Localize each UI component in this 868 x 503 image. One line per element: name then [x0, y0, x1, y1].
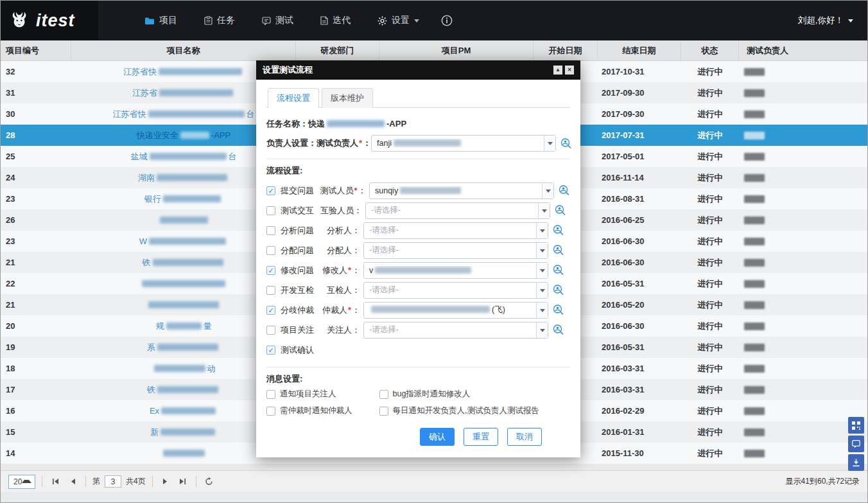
col-header-start-date[interactable]: 开始日期	[534, 40, 598, 60]
page-size-select[interactable]: 20	[8, 475, 35, 489]
col-header-dept[interactable]: 研发部门	[296, 40, 379, 60]
person-select[interactable]: v	[363, 262, 548, 279]
checkbox[interactable]	[379, 390, 388, 399]
checkbox[interactable]	[266, 206, 275, 215]
checkbox[interactable]	[379, 407, 388, 416]
project-name-link[interactable]: 快递业安全-APP	[137, 130, 230, 141]
checkbox[interactable]: ✓	[266, 266, 275, 275]
dialog-title-bar[interactable]: 设置测试流程 ▲ ✕	[256, 60, 580, 80]
user-search-icon[interactable]	[552, 244, 564, 256]
col-header-project-name[interactable]: 项目名称	[71, 40, 296, 60]
project-name-link[interactable]: 江苏省快台	[113, 109, 255, 120]
feedback-chat-button[interactable]	[848, 436, 864, 452]
last-page-button[interactable]	[177, 475, 189, 488]
col-header-test-owner[interactable]: 测试负责人	[739, 40, 868, 60]
checkbox[interactable]	[266, 326, 275, 335]
menu-item-task[interactable]: 任务	[204, 15, 235, 26]
menu-item-test[interactable]: 测试	[262, 15, 293, 26]
person-select[interactable]: (飞)	[363, 302, 548, 319]
checkbox[interactable]	[266, 226, 275, 235]
project-name-link[interactable]: 湖南	[138, 172, 229, 184]
checkbox[interactable]	[266, 407, 275, 416]
cell-status: 进行中	[681, 273, 739, 294]
person-select[interactable]: -请选择-	[363, 322, 548, 339]
chevron-down-icon[interactable]	[536, 223, 548, 238]
menu-item-iteration[interactable]: 迭代	[320, 15, 351, 26]
prev-page-button[interactable]	[66, 475, 79, 488]
col-header-project-pm[interactable]: 项目PM	[379, 40, 534, 60]
chevron-down-icon[interactable]	[542, 183, 553, 199]
col-header-status[interactable]: 状态	[681, 40, 739, 60]
project-name-link[interactable]	[146, 300, 221, 310]
project-name-link[interactable]: 铁	[147, 384, 220, 396]
person-select[interactable]: -请选择-	[365, 202, 550, 219]
project-name-link[interactable]: 铁	[143, 257, 225, 269]
checkbox[interactable]	[266, 246, 275, 255]
project-name-link[interactable]: 盐城台	[131, 151, 237, 163]
chevron-down-icon[interactable]	[536, 322, 548, 338]
person-select[interactable]: -请选择-	[363, 222, 548, 239]
col-header-project-no[interactable]: 项目编号	[1, 40, 71, 60]
project-name-link[interactable]: 新	[150, 427, 217, 438]
first-page-button[interactable]	[49, 475, 62, 488]
cancel-button[interactable]: 取消	[507, 428, 542, 446]
message-option[interactable]: 通知项目关注人	[266, 389, 352, 400]
project-name-link[interactable]: 江苏省	[132, 87, 235, 99]
collapse-icon[interactable]: ▲	[553, 66, 562, 75]
message-option[interactable]: 需仲裁时通知仲裁人	[266, 405, 352, 416]
project-name-link[interactable]	[158, 215, 210, 225]
project-name-link[interactable]: W	[139, 236, 228, 246]
project-name-link[interactable]: 江苏省快	[123, 66, 244, 78]
tab-flow-settings[interactable]: 流程设置	[268, 88, 319, 108]
info-button[interactable]	[441, 15, 453, 26]
chevron-down-icon[interactable]	[536, 243, 548, 258]
chevron-down-icon[interactable]	[544, 136, 555, 151]
message-option[interactable]: bug指派时通知修改人	[379, 389, 539, 400]
project-name-link[interactable]: 规量	[156, 321, 212, 332]
chevron-down-icon[interactable]	[538, 203, 550, 218]
checkbox[interactable]	[266, 390, 275, 399]
menu-item-project[interactable]: 项目	[144, 15, 177, 26]
project-name-link[interactable]: 系	[147, 342, 220, 353]
project-name-link[interactable]: 动	[152, 363, 216, 375]
project-name-link[interactable]	[140, 279, 227, 288]
message-option[interactable]: 每日通知开发负责人,测试负责人测试报告	[379, 405, 539, 416]
menu-item-settings[interactable]: 设置	[378, 15, 419, 26]
checkbox[interactable]: ✓	[266, 346, 275, 355]
user-search-icon[interactable]	[558, 184, 570, 197]
owner-select[interactable]: fanji	[371, 135, 556, 152]
project-name-link[interactable]: 银行	[144, 193, 223, 205]
chevron-down-icon[interactable]	[536, 303, 548, 318]
user-search-icon[interactable]	[552, 264, 564, 276]
app-logo[interactable]: itest	[1, 1, 98, 40]
tab-version-maintenance[interactable]: 版本维护	[322, 88, 373, 108]
person-select[interactable]: -请选择-	[363, 282, 548, 299]
close-icon[interactable]: ✕	[565, 66, 574, 75]
user-search-icon[interactable]	[560, 137, 572, 150]
user-greeting[interactable]: 刘超,你好！	[798, 15, 867, 26]
project-name-link[interactable]	[161, 448, 207, 458]
user-search-icon[interactable]	[552, 304, 564, 316]
col-header-end-date[interactable]: 结束日期	[598, 40, 681, 60]
reset-button[interactable]: 重置	[464, 428, 498, 446]
current-page-input[interactable]: 3	[105, 475, 121, 488]
user-search-icon[interactable]	[552, 224, 564, 236]
person-select[interactable]: -请选择-	[363, 242, 548, 259]
flow-step-label: 提交问题	[281, 185, 320, 197]
cell-test-owner	[739, 315, 868, 337]
chevron-down-icon[interactable]	[536, 283, 548, 298]
qr-code-button[interactable]	[848, 417, 864, 434]
chevron-down-icon[interactable]	[536, 263, 548, 278]
checkbox[interactable]: ✓	[266, 186, 275, 195]
person-select[interactable]: sunqiy	[369, 182, 554, 199]
checkbox[interactable]	[266, 286, 275, 295]
user-search-icon[interactable]	[554, 204, 566, 216]
refresh-button[interactable]	[203, 475, 216, 488]
checkbox[interactable]: ✓	[266, 306, 275, 315]
user-search-icon[interactable]	[552, 284, 564, 296]
confirm-button[interactable]: 确认	[420, 428, 455, 446]
project-name-link[interactable]: Ex	[150, 406, 218, 416]
scroll-bottom-button[interactable]	[848, 454, 864, 471]
next-page-button[interactable]	[159, 475, 172, 488]
user-search-icon[interactable]	[552, 324, 564, 336]
